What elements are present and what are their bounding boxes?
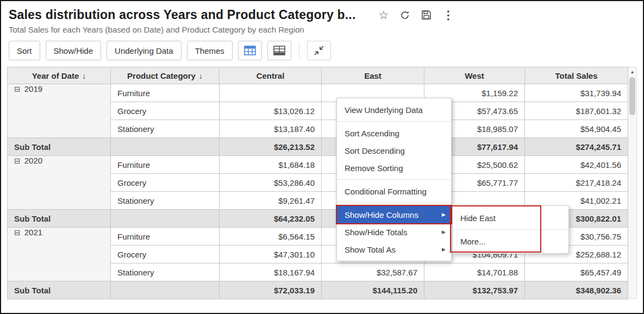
toolbar-button-show-hide[interactable]: Show/Hide	[46, 41, 102, 60]
category-cell-furniture[interactable]: Furniture	[111, 84, 220, 102]
value-cell[interactable]: $187,601.32	[525, 102, 628, 120]
column-header-west[interactable]: West	[424, 67, 525, 84]
menu-item-show-hide-totals[interactable]: Show/Hide Totals▶	[337, 223, 451, 241]
column-header-product-category[interactable]: Product Category↓	[111, 67, 220, 84]
collapse-all-button[interactable]	[307, 41, 331, 60]
scroll-up-arrow[interactable]: ▲	[628, 67, 636, 76]
header-actions: ☆ ⋮	[379, 9, 454, 21]
collapse-all-icon	[314, 45, 324, 56]
category-cell-stationery[interactable]: Stationery	[111, 192, 220, 210]
value-cell[interactable]: $13,187.40	[220, 120, 322, 138]
subtotal-value-cell: $274,245.71	[525, 138, 628, 156]
toolbar-button-sort[interactable]: Sort	[9, 41, 40, 60]
year-label: 2020	[24, 156, 42, 165]
value-cell[interactable]: $65,457.49	[525, 263, 628, 281]
category-cell-stationery[interactable]: Stationery	[111, 263, 220, 281]
subtotal-value-cell: $144,115.20	[322, 281, 424, 299]
menu-item-label: Sort Ascending	[345, 129, 399, 138]
vertical-scrollbar[interactable]: ▲	[628, 67, 637, 299]
toolbar-button-themes[interactable]: Themes	[187, 41, 233, 60]
subtotal-value-cell: $348,902.36	[525, 281, 628, 299]
header: Sales distribution across Years and Prod…	[1, 1, 643, 22]
sort-desc-icon: ↓	[199, 72, 203, 80]
value-cell[interactable]: $1,684.18	[220, 156, 322, 174]
value-cell[interactable]: $47,301.10	[220, 246, 322, 263]
value-cell[interactable]: $6,564.15	[220, 228, 322, 246]
column-header-east[interactable]: East	[322, 67, 424, 84]
value-cell[interactable]: $18,167.94	[220, 263, 322, 281]
toolbar-separator	[299, 42, 299, 59]
menu-item-view-underlying-data[interactable]: View Underlying Data	[337, 101, 451, 118]
year-label: 2021	[24, 228, 42, 237]
year-cell-2021[interactable]: ⊟2021	[8, 228, 111, 281]
menu-item-sort-descending[interactable]: Sort Descending	[337, 142, 451, 159]
menu-item-label: Remove Sorting	[345, 164, 403, 173]
pivot-table-container: Year of Date↓Product Category↓CentralEas…	[7, 67, 637, 299]
subtotal-label: Sub Total	[8, 281, 111, 299]
collapse-icon[interactable]: ⊟	[14, 85, 21, 93]
category-cell-grocery[interactable]: Grocery	[111, 102, 220, 120]
category-cell-furniture[interactable]: Furniture	[111, 228, 220, 246]
value-cell[interactable]: $14,701.88	[424, 263, 525, 281]
submenu-item-more[interactable]: More...	[453, 231, 568, 252]
pivot-view-icon	[244, 46, 256, 55]
menu-item-label: Show Total As	[345, 245, 396, 254]
year-cell-2019[interactable]: ⊟2019	[8, 84, 111, 138]
submenu-item-hide-east[interactable]: Hide East	[453, 208, 568, 228]
app-window: Sales distribution across Years and Prod…	[0, 0, 644, 314]
sort-desc-icon: ↓	[82, 72, 86, 80]
collapse-icon[interactable]: ⊟	[14, 228, 21, 237]
summary-view-icon	[273, 46, 285, 55]
favorite-star-icon[interactable]: ☆	[379, 9, 389, 21]
subtotal-value-cell: $26,213.52	[220, 138, 322, 156]
menu-item-show-hide-columns[interactable]: Show/Hide Columns▶	[337, 206, 451, 223]
category-cell-stationery[interactable]: Stationery	[111, 120, 220, 138]
refresh-icon[interactable]	[399, 10, 410, 21]
category-cell-grocery[interactable]: Grocery	[111, 246, 220, 263]
column-header-total-sales[interactable]: Total Sales	[525, 67, 628, 84]
menu-item-remove-sorting[interactable]: Remove Sorting	[337, 159, 451, 177]
value-cell[interactable]: $54,904.45	[525, 120, 628, 138]
column-header-year-of-date[interactable]: Year of Date↓	[8, 67, 111, 84]
value-cell[interactable]: $42,401.56	[525, 156, 628, 174]
context-menu: View Underlying DataSort AscendingSort D…	[336, 98, 452, 261]
year-cell-2020[interactable]: ⊟2020	[8, 156, 111, 210]
subtotal-spacer	[111, 281, 220, 299]
summary-view-button[interactable]	[267, 41, 291, 60]
scroll-thumb[interactable]	[629, 77, 635, 115]
value-cell[interactable]	[220, 84, 322, 102]
value-cell[interactable]: $9,261.47	[220, 192, 322, 210]
value-cell[interactable]: $32,587.67	[322, 263, 424, 281]
menu-item-conditional-formatting[interactable]: Conditional Formatting	[337, 183, 451, 200]
value-cell[interactable]: $217,418.24	[525, 174, 628, 192]
submenu-arrow-icon: ▶	[442, 229, 446, 235]
menu-divider	[453, 229, 568, 230]
category-cell-furniture[interactable]: Furniture	[111, 156, 220, 174]
column-header-central[interactable]: Central	[220, 67, 322, 84]
menu-item-label: Show/Hide Columns	[345, 210, 418, 219]
subtotal-spacer	[111, 138, 220, 156]
category-cell-grocery[interactable]: Grocery	[111, 174, 220, 192]
save-icon[interactable]	[421, 10, 432, 20]
subtotal-value-cell: $64,232.05	[220, 210, 322, 228]
value-cell[interactable]: $13,026.12	[220, 102, 322, 120]
menu-item-show-total-as[interactable]: Show Total As▶	[337, 241, 451, 258]
page-subtitle: Total Sales for each Years (based on Dat…	[1, 22, 643, 34]
subtotal-row-2021: Sub Total$72,033.19$144,115.20$132,753.9…	[8, 281, 628, 299]
more-options-icon[interactable]: ⋮	[442, 9, 454, 21]
value-cell[interactable]: $53,286.40	[220, 174, 322, 192]
subtotal-value-cell: $132,753.97	[424, 281, 525, 299]
menu-item-label: Show/Hide Totals	[345, 228, 408, 237]
toolbar: SortShow/HideUnderlying DataThemes	[1, 34, 643, 60]
pivot-view-button[interactable]	[238, 41, 262, 60]
menu-item-sort-ascending[interactable]: Sort Ascending	[337, 124, 451, 142]
menu-item-label: View Underlying Data	[345, 105, 423, 115]
menu-divider	[337, 121, 451, 122]
menu-divider	[337, 203, 451, 203]
show-hide-columns-submenu: Hide EastMore...	[452, 205, 569, 254]
toolbar-button-underlying-data[interactable]: Underlying Data	[107, 41, 182, 60]
collapse-icon[interactable]: ⊟	[14, 156, 21, 165]
value-cell[interactable]: $31,739.94	[525, 84, 628, 102]
page-title: Sales distribution across Years and Prod…	[9, 8, 356, 22]
subtotal-spacer	[111, 210, 220, 228]
